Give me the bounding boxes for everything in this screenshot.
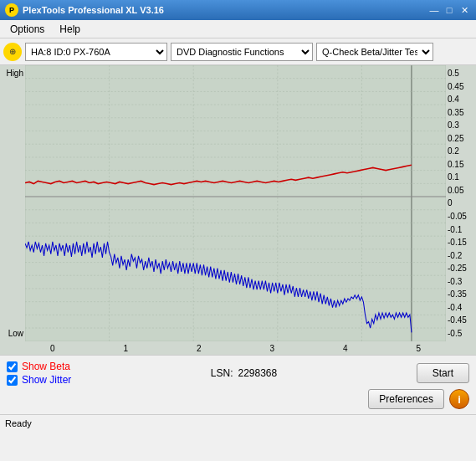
x-label-2: 2 (197, 344, 202, 353)
app-icon: P (5, 3, 18, 17)
y-right-8: 0.1 (448, 172, 459, 182)
y-right-7: 0.15 (448, 160, 463, 169)
y-right-11: -0.05 (448, 212, 467, 221)
show-beta-checkbox[interactable] (7, 361, 18, 372)
show-beta-label: Show Beta (22, 361, 70, 372)
y-right-9: 0.05 (448, 186, 463, 195)
y-right-1: 0.45 (448, 82, 463, 91)
y-right-0: 0.5 (448, 69, 459, 78)
svg-rect-0 (25, 65, 446, 341)
window-title: PlexTools Professional XL V3.16 (23, 5, 164, 15)
y-right-3: 0.35 (448, 108, 463, 117)
bottom-row2: Preferences i (7, 389, 469, 409)
y-right-17: -0.35 (448, 289, 467, 299)
chart-main (25, 65, 446, 341)
title-bar-left: P PlexTools Professional XL V3.16 (5, 3, 164, 17)
menu-bar: Options Help (0, 20, 476, 38)
menu-help[interactable]: Help (53, 22, 87, 37)
menu-options[interactable]: Options (3, 22, 51, 37)
function-select[interactable]: DVD Diagnostic Functions (171, 43, 313, 61)
info-button[interactable]: i (449, 389, 469, 409)
y-right-5: 0.25 (448, 134, 463, 143)
title-bar-controls: — □ ✕ (427, 4, 471, 16)
show-beta-row: Show Beta (7, 361, 71, 372)
status-text: Ready (5, 418, 32, 428)
y-right-13: -0.15 (448, 238, 467, 247)
chart-area: High Low (0, 65, 476, 341)
close-button[interactable]: ✕ (458, 4, 471, 16)
x-label-4: 4 (343, 344, 348, 353)
x-label-3: 3 (269, 344, 274, 353)
y-right-15: -0.25 (448, 264, 467, 273)
status-bar: Ready (0, 414, 476, 431)
chart-svg (25, 65, 446, 341)
show-jitter-label: Show Jitter (22, 374, 71, 386)
y-right-2: 0.4 (448, 95, 459, 104)
device-icon: ⊕ (3, 43, 22, 61)
maximize-button[interactable]: □ (443, 4, 456, 16)
start-button[interactable]: Start (417, 363, 469, 383)
x-label-5: 5 (416, 344, 421, 353)
bottom-row1: Show Beta Show Jitter LSN: 2298368 Start (7, 361, 469, 386)
y-right-4: 0.3 (448, 120, 459, 130)
chart-y-left: High Low (0, 65, 25, 341)
bottom-panel: Show Beta Show Jitter LSN: 2298368 Start… (0, 355, 476, 414)
lsn-label: LSN: (211, 367, 233, 379)
y-left-high: High (6, 69, 23, 78)
device-select[interactable]: HA:8 ID:0 PX-760A (25, 43, 167, 61)
show-jitter-checkbox[interactable] (7, 375, 18, 386)
y-right-12: -0.1 (448, 225, 462, 234)
title-bar: P PlexTools Professional XL V3.16 — □ ✕ (0, 0, 476, 20)
x-label-0: 0 (50, 344, 55, 353)
minimize-button[interactable]: — (427, 4, 441, 16)
y-right-18: -0.4 (448, 303, 462, 312)
chart-x-labels: 0 1 2 3 4 5 (50, 344, 421, 353)
bottom-checkboxes: Show Beta Show Jitter (7, 361, 71, 386)
lsn-area: LSN: 2298368 (211, 367, 277, 379)
y-right-20: -0.5 (448, 329, 462, 338)
lsn-value: 2298368 (238, 367, 277, 379)
y-right-6: 0.2 (448, 146, 459, 156)
chart-x-axis: 0 1 2 3 4 5 (0, 341, 476, 355)
y-left-low: Low (8, 329, 23, 338)
y-right-16: -0.3 (448, 277, 462, 286)
y-right-14: -0.2 (448, 251, 462, 260)
preferences-button[interactable]: Preferences (368, 389, 444, 409)
x-label-1: 1 (123, 344, 128, 353)
chart-y-right: 0.5 0.45 0.4 0.35 0.3 0.25 0.2 0.15 0.1 … (446, 65, 476, 341)
y-right-19: -0.45 (448, 315, 467, 325)
y-right-10: 0 (448, 198, 453, 207)
toolbar: ⊕ HA:8 ID:0 PX-760A DVD Diagnostic Funct… (0, 38, 476, 65)
show-jitter-row: Show Jitter (7, 374, 71, 386)
test-select[interactable]: Q-Check Beta/Jitter Test (316, 43, 433, 61)
